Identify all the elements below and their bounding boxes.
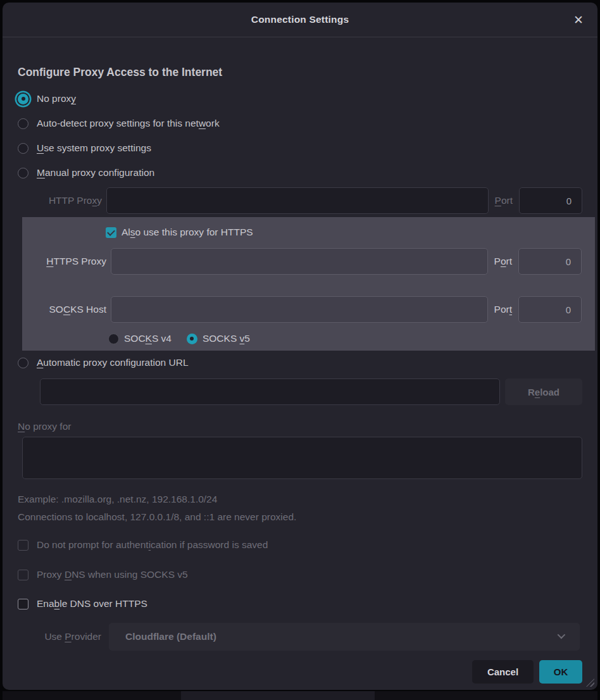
socks-port-input	[518, 296, 582, 323]
radio-icon	[18, 94, 28, 104]
checkbox-icon	[18, 540, 28, 551]
radio-auto-config-url[interactable]: Automatic proxy configuration URL	[18, 355, 189, 370]
never-proxied-note: Connections to localhost, 127.0.0.1/8, a…	[18, 511, 296, 523]
no-proxy-for-label: No proxy for	[18, 419, 71, 434]
radio-icon	[18, 143, 28, 154]
dialog-title: Connection Settings	[251, 14, 349, 25]
checkbox-enable-doh[interactable]: Enable DNS over HTTPS	[18, 596, 147, 611]
connection-settings-dialog: Connection Settings ✕ Configure Proxy Ac…	[3, 3, 597, 690]
socks-port-label: Port	[494, 304, 512, 315]
close-button[interactable]: ✕	[570, 11, 587, 28]
radio-manual-proxy-label: Manual proxy configuration	[37, 167, 154, 178]
https-proxy-row: HTTPS Proxy Port	[22, 248, 582, 275]
auto-config-row: Reload	[40, 378, 582, 405]
share-https-label: Also use this proxy for HTTPS	[122, 227, 253, 238]
doh-provider-select: Cloudflare (Default)	[109, 623, 580, 651]
socks-version-row: SOCKS v4 SOCKS v5	[108, 331, 250, 346]
resize-grip-icon[interactable]	[586, 678, 594, 687]
radio-icon	[108, 334, 119, 344]
checkbox-checked-icon	[106, 227, 116, 238]
no-prompt-auth-label: Do not prompt for authentication if pass…	[37, 539, 268, 551]
http-port-label: Port	[495, 195, 513, 206]
background-strip-segment	[181, 691, 375, 700]
socks-host-label: SOCKS Host	[22, 304, 106, 315]
proxy-dns-socks5-label: Proxy DNS when using SOCKS v5	[37, 569, 188, 580]
close-icon: ✕	[573, 14, 584, 26]
http-proxy-input	[106, 187, 489, 214]
ok-button[interactable]: OK	[539, 660, 582, 684]
checkbox-icon	[18, 599, 28, 609]
doh-provider-value: Cloudflare (Default)	[125, 631, 216, 642]
share-https-checkbox-row: Also use this proxy for HTTPS	[106, 225, 253, 240]
cancel-button[interactable]: Cancel	[472, 660, 534, 684]
https-proxy-input	[111, 248, 488, 275]
checkbox-proxy-dns-socks5: Proxy DNS when using SOCKS v5	[18, 567, 188, 582]
radio-icon	[18, 118, 28, 129]
checkbox-icon	[18, 570, 28, 580]
use-provider-label: Use Provider	[18, 623, 101, 651]
https-port-input	[518, 248, 582, 275]
radio-auto-detect-label: Auto-detect proxy settings for this netw…	[37, 118, 220, 129]
https-socks-highlight-section: Also use this proxy for HTTPS HTTPS Prox…	[22, 217, 595, 351]
https-port-label: Port	[494, 256, 512, 267]
radio-no-proxy[interactable]: No proxy	[18, 91, 76, 106]
reload-button: Reload	[505, 378, 582, 405]
http-port-input	[519, 187, 582, 214]
titlebar: Connection Settings ✕	[3, 3, 597, 37]
http-proxy-label: HTTP Proxy	[18, 195, 102, 206]
no-proxy-example-text: Example: .mozilla.org, .net.nz, 192.168.…	[18, 494, 217, 505]
no-proxy-for-textarea	[22, 437, 582, 479]
checkbox-no-prompt-auth: Do not prompt for authentication if pass…	[18, 537, 268, 553]
radio-no-proxy-label: No proxy	[37, 93, 76, 104]
http-proxy-row: HTTP Proxy Port	[18, 187, 582, 214]
https-proxy-label: HTTPS Proxy	[22, 256, 106, 267]
socks-v5-label: SOCKS v5	[203, 333, 250, 344]
radio-auto-config-url-label: Automatic proxy configuration URL	[37, 357, 189, 368]
radio-use-system-proxy[interactable]: Use system proxy settings	[18, 141, 151, 156]
radio-auto-detect[interactable]: Auto-detect proxy settings for this netw…	[18, 116, 220, 131]
page-title: Configure Proxy Access to the Internet	[18, 66, 222, 79]
radio-use-system-proxy-label: Use system proxy settings	[37, 142, 151, 154]
socks-v4-label: SOCKS v4	[124, 333, 172, 344]
radio-icon	[18, 358, 28, 368]
radio-manual-proxy[interactable]: Manual proxy configuration	[18, 165, 154, 180]
socks-host-row: SOCKS Host Port	[22, 296, 582, 323]
radio-icon	[18, 168, 28, 178]
auto-config-url-input	[40, 378, 500, 405]
enable-doh-label: Enable DNS over HTTPS	[37, 598, 147, 609]
socks-host-input	[111, 296, 488, 323]
radio-icon	[187, 334, 197, 344]
chevron-down-icon	[558, 630, 566, 639]
